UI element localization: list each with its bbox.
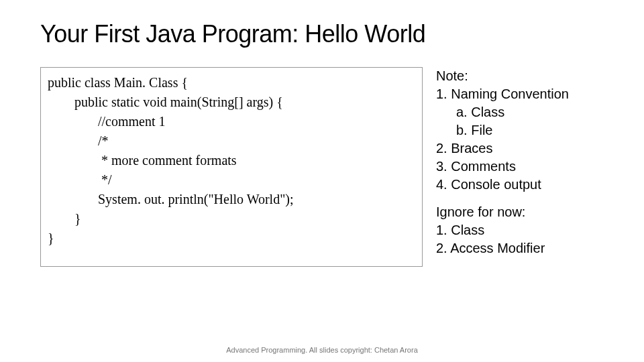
code-line-2: public static void main(String[] args) { xyxy=(48,93,415,112)
notes-section-2: Ignore for now: 1. Class 2. Access Modif… xyxy=(436,203,569,257)
notes2-item2: 2. Access Modifier xyxy=(436,239,569,257)
notes2-heading: Ignore for now: xyxy=(436,203,569,221)
notes-section-1: Note: 1. Naming Convention a. Class b. F… xyxy=(436,67,569,194)
notes1-item4: 4. Console output xyxy=(436,176,569,194)
code-line-8: System. out. println("Hello World"); xyxy=(48,190,415,209)
notes-panel: Note: 1. Naming Convention a. Class b. F… xyxy=(436,67,569,267)
content-row: public class Main. Class { public static… xyxy=(40,67,610,267)
slide-title: Your First Java Program: Hello World xyxy=(40,20,610,48)
notes2-item1: 1. Class xyxy=(436,221,569,239)
slide: Your First Java Program: Hello World pub… xyxy=(0,0,644,362)
notes1-item1: 1. Naming Convention xyxy=(436,85,569,103)
notes1-item2: 2. Braces xyxy=(436,139,569,158)
code-line-10: } xyxy=(48,229,415,248)
code-line-5: /* xyxy=(48,131,415,151)
code-line-1: public class Main. Class { xyxy=(48,73,415,93)
code-line-7: */ xyxy=(48,170,415,190)
code-line-4: //comment 1 xyxy=(48,112,415,131)
code-line-9: } xyxy=(48,209,415,229)
notes1-item1a: a. Class xyxy=(436,103,569,121)
notes1-item1b: b. File xyxy=(436,121,569,139)
notes1-heading: Note: xyxy=(436,67,569,85)
slide-footer: Advanced Programming. All slides copyrig… xyxy=(0,346,644,354)
notes1-item3: 3. Comments xyxy=(436,158,569,176)
code-box: public class Main. Class { public static… xyxy=(40,67,423,267)
code-line-6: * more comment formats xyxy=(48,151,415,170)
